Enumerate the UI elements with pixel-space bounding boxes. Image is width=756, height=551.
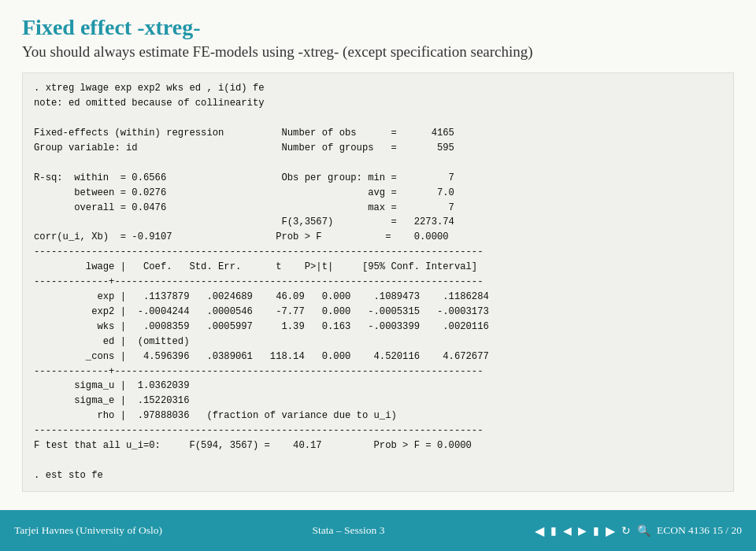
nav-refresh-icon[interactable]: ↻: [621, 524, 631, 538]
bottom-page: ECON 4136 15 / 20: [657, 524, 742, 537]
nav-step-back-icon[interactable]: ◀: [563, 524, 572, 538]
code-block: . xtreg lwage exp exp2 wks ed , i(id) fe…: [22, 72, 734, 491]
nav-frame-left-icon[interactable]: ▮: [550, 524, 557, 538]
nav-search-icon[interactable]: 🔍: [637, 524, 650, 538]
nav-frame-right-icon[interactable]: ▮: [593, 524, 599, 538]
bottom-bar: Tarjei Havnes (University of Oslo) Stata…: [0, 510, 756, 551]
slide-title-line2: You should always estimate FE-models usi…: [22, 43, 734, 62]
nav-step-fwd-icon[interactable]: ▶: [578, 524, 587, 538]
slide-title-line1: Fixed effect -xtreg-: [22, 14, 734, 41]
nav-next-icon[interactable]: ▶: [606, 523, 615, 538]
bottom-title: Stata – Session 3: [162, 524, 535, 537]
bottom-author: Tarjei Havnes (University of Oslo): [14, 524, 162, 537]
slide-content: Fixed effect -xtreg- You should always e…: [0, 0, 756, 510]
nav-prev-icon[interactable]: ◀: [535, 523, 544, 538]
